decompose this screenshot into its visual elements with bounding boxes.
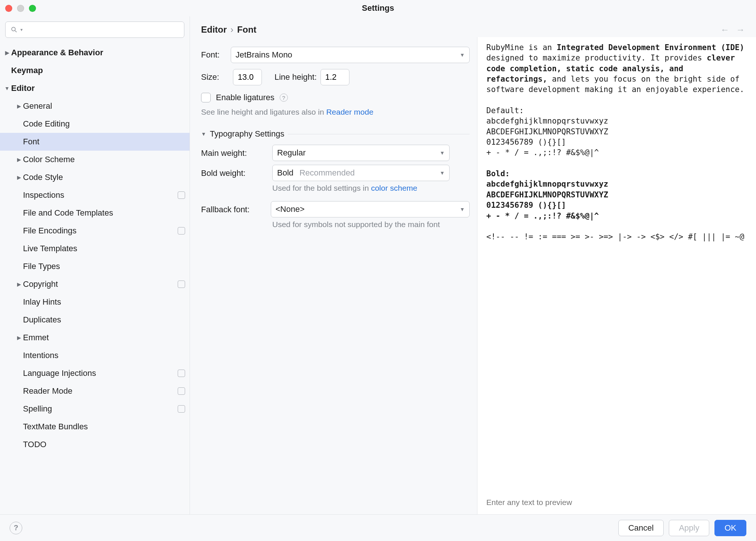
chevron-right-icon: ▶ bbox=[15, 174, 23, 180]
tree-item-label: Copyright bbox=[23, 279, 178, 289]
tree-item-textmate-bundles[interactable]: TextMate Bundles bbox=[0, 418, 190, 436]
nav-forward-icon[interactable]: → bbox=[736, 24, 745, 35]
tree-item-spelling[interactable]: Spelling bbox=[0, 400, 190, 418]
typography-settings-header[interactable]: ▼ Typography Settings bbox=[201, 129, 470, 139]
bold-weight-select[interactable]: Bold Recommended ▼ bbox=[272, 165, 450, 181]
chevron-down-icon: ▼ bbox=[460, 52, 465, 58]
body: ▾ ▶Appearance & BehaviorKeymap▼Editor▶Ge… bbox=[0, 16, 756, 514]
chevron-right-icon: ▶ bbox=[15, 157, 23, 163]
line-height-label: Line height: bbox=[275, 72, 317, 82]
tree-item-label: File and Code Templates bbox=[23, 208, 185, 218]
size-field[interactable] bbox=[238, 72, 257, 82]
tree-item-label: Spelling bbox=[23, 404, 178, 414]
tree-item-label: Font bbox=[23, 137, 185, 147]
tree-item-appearance-behavior[interactable]: ▶Appearance & Behavior bbox=[0, 44, 190, 62]
chevron-down-icon: ▼ bbox=[3, 85, 11, 91]
tree-item-general[interactable]: ▶General bbox=[0, 97, 190, 115]
tree-item-label: Live Templates bbox=[23, 244, 185, 253]
fallback-font-select[interactable]: <None> ▼ bbox=[271, 201, 470, 217]
chevron-down-icon: ▼ bbox=[440, 150, 445, 156]
chevron-down-icon: ▼ bbox=[460, 206, 465, 212]
bold-weight-recommended: Recommended bbox=[299, 168, 355, 177]
tree-item-emmet[interactable]: ▶Emmet bbox=[0, 329, 190, 347]
line-height-field[interactable] bbox=[325, 72, 345, 82]
tree-item-duplicates[interactable]: Duplicates bbox=[0, 311, 190, 329]
tree-item-font[interactable]: Font bbox=[0, 133, 190, 151]
tree-item-code-editing[interactable]: Code Editing bbox=[0, 115, 190, 133]
tree-item-color-scheme[interactable]: ▶Color Scheme bbox=[0, 151, 190, 168]
tree-item-inlay-hints[interactable]: Inlay Hints bbox=[0, 293, 190, 311]
tree-item-intentions[interactable]: Intentions bbox=[0, 347, 190, 364]
fallback-font-hint: Used for symbols not supported by the ma… bbox=[272, 219, 470, 230]
tree-item-file-encodings[interactable]: File Encodings bbox=[0, 222, 190, 240]
tree-item-inspections[interactable]: Inspections bbox=[0, 186, 190, 204]
main-panel: Editor › Font ← → Font: JetBrains Mono ▼ bbox=[190, 16, 756, 514]
bold-weight-label: Bold weight: bbox=[201, 165, 272, 178]
tree-item-label: Inlay Hints bbox=[23, 297, 185, 307]
scope-badge-icon bbox=[178, 387, 185, 395]
enable-ligatures-checkbox[interactable] bbox=[201, 93, 211, 102]
tree-item-todo[interactable]: TODO bbox=[0, 436, 190, 453]
close-window-button[interactable] bbox=[5, 5, 12, 12]
traffic-lights bbox=[5, 5, 36, 12]
line-height-input[interactable] bbox=[321, 69, 349, 85]
tree-item-language-injections[interactable]: Language Injections bbox=[0, 364, 190, 382]
chevron-right-icon: ▶ bbox=[15, 103, 23, 109]
scope-badge-icon bbox=[178, 405, 185, 413]
reader-mode-link[interactable]: Reader mode bbox=[326, 108, 373, 116]
fullscreen-window-button[interactable] bbox=[29, 5, 36, 12]
tree-item-label: Appearance & Behavior bbox=[11, 48, 185, 58]
breadcrumb: Editor › Font ← → bbox=[190, 16, 756, 37]
chevron-right-icon: ▶ bbox=[15, 335, 23, 341]
tree-item-keymap[interactable]: Keymap bbox=[0, 62, 190, 79]
tree-item-copyright[interactable]: ▶Copyright bbox=[0, 275, 190, 293]
nav-back-icon[interactable]: ← bbox=[720, 24, 729, 35]
color-scheme-link[interactable]: color scheme bbox=[371, 184, 417, 192]
size-label: Size: bbox=[201, 72, 231, 82]
tree-item-label: File Encodings bbox=[23, 226, 178, 236]
breadcrumb-nav: ← → bbox=[720, 24, 745, 35]
tree-item-reader-mode[interactable]: Reader Mode bbox=[0, 382, 190, 400]
scope-badge-icon bbox=[178, 191, 185, 199]
tree-item-file-types[interactable]: File Types bbox=[0, 258, 190, 275]
minimize-window-button[interactable] bbox=[17, 5, 24, 12]
settings-tree: ▶Appearance & BehaviorKeymap▼Editor▶Gene… bbox=[0, 42, 190, 514]
fallback-font-value: <None> bbox=[276, 204, 305, 214]
chevron-right-icon: ▶ bbox=[3, 50, 11, 56]
font-select[interactable]: JetBrains Mono ▼ bbox=[231, 47, 470, 63]
svg-point-0 bbox=[11, 27, 15, 31]
dialog-footer: ? Cancel Apply OK bbox=[0, 514, 756, 541]
search-input[interactable]: ▾ bbox=[5, 22, 184, 38]
settings-window: Settings ▾ ▶Appearance & BehaviorKeymap▼… bbox=[0, 0, 756, 541]
preview-text-input[interactable] bbox=[486, 498, 747, 507]
breadcrumb-current: Font bbox=[237, 24, 256, 35]
tree-item-label: Code Editing bbox=[23, 119, 185, 129]
main-weight-value: Regular bbox=[277, 148, 306, 158]
apply-button[interactable]: Apply bbox=[669, 520, 709, 536]
fallback-font-label: Fallback font: bbox=[201, 201, 271, 214]
tree-item-label: Code Style bbox=[23, 173, 185, 182]
size-input[interactable] bbox=[233, 69, 262, 85]
breadcrumb-parent[interactable]: Editor bbox=[201, 24, 227, 35]
tree-item-label: TODO bbox=[23, 440, 185, 449]
font-settings-form: Font: JetBrains Mono ▼ Size: Line height… bbox=[190, 37, 477, 514]
tree-item-label: Inspections bbox=[23, 190, 178, 200]
tree-item-editor[interactable]: ▼Editor bbox=[0, 79, 190, 97]
ok-button[interactable]: OK bbox=[714, 520, 746, 536]
enable-ligatures-label: Enable ligatures bbox=[216, 93, 275, 102]
font-preview: RubyMine is an Integrated Development En… bbox=[477, 37, 756, 498]
scope-badge-icon bbox=[178, 370, 185, 377]
tree-item-label: Language Injections bbox=[23, 368, 178, 378]
preview-panel: RubyMine is an Integrated Development En… bbox=[477, 37, 756, 514]
tree-item-file-and-code-templates[interactable]: File and Code Templates bbox=[0, 204, 190, 222]
main-weight-select[interactable]: Regular ▼ bbox=[272, 145, 450, 161]
titlebar: Settings bbox=[0, 0, 756, 16]
help-button[interactable]: ? bbox=[10, 522, 22, 534]
tree-item-code-style[interactable]: ▶Code Style bbox=[0, 168, 190, 186]
search-field[interactable] bbox=[23, 26, 180, 34]
breadcrumb-separator: › bbox=[227, 24, 237, 35]
bold-weight-value: Bold bbox=[277, 168, 293, 177]
help-icon[interactable]: ? bbox=[280, 94, 288, 102]
cancel-button[interactable]: Cancel bbox=[618, 520, 664, 536]
tree-item-live-templates[interactable]: Live Templates bbox=[0, 240, 190, 258]
